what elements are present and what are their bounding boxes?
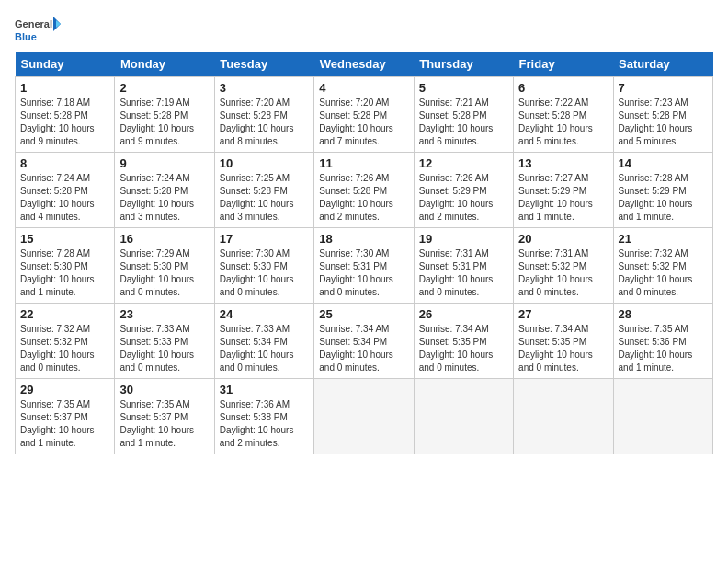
day-cell-24: 24Sunrise: 7:33 AM Sunset: 5:34 PM Dayli…	[214, 304, 313, 379]
day-info: Sunrise: 7:34 AM Sunset: 5:35 PM Dayligh…	[518, 323, 608, 374]
day-cell-22: 22Sunrise: 7:32 AM Sunset: 5:32 PM Dayli…	[16, 304, 115, 379]
day-number: 5	[419, 81, 508, 95]
week-row-3: 15Sunrise: 7:28 AM Sunset: 5:30 PM Dayli…	[16, 228, 713, 304]
day-number: 17	[220, 232, 309, 246]
day-number: 27	[518, 307, 608, 321]
week-row-2: 8Sunrise: 7:24 AM Sunset: 5:28 PM Daylig…	[16, 153, 713, 228]
day-number: 21	[619, 232, 708, 246]
day-cell-15: 15Sunrise: 7:28 AM Sunset: 5:30 PM Dayli…	[16, 228, 115, 304]
day-info: Sunrise: 7:32 AM Sunset: 5:32 PM Dayligh…	[20, 323, 109, 374]
empty-cell	[613, 379, 712, 454]
weekday-header-row: SundayMondayTuesdayWednesdayThursdayFrid…	[16, 52, 713, 77]
svg-text:General: General	[15, 18, 52, 29]
day-info: Sunrise: 7:24 AM Sunset: 5:28 PM Dayligh…	[119, 172, 209, 224]
weekday-header-wednesday: Wednesday	[314, 52, 414, 77]
day-number: 18	[319, 232, 408, 246]
day-info: Sunrise: 7:29 AM Sunset: 5:30 PM Dayligh…	[119, 247, 209, 299]
day-info: Sunrise: 7:23 AM Sunset: 5:28 PM Dayligh…	[619, 97, 708, 148]
day-info: Sunrise: 7:20 AM Sunset: 5:28 PM Dayligh…	[220, 97, 309, 148]
day-number: 24	[220, 307, 309, 321]
day-info: Sunrise: 7:34 AM Sunset: 5:34 PM Dayligh…	[319, 323, 408, 374]
day-cell-6: 6Sunrise: 7:22 AM Sunset: 5:28 PM Daylig…	[514, 77, 613, 153]
day-number: 20	[518, 232, 608, 246]
day-cell-1: 1Sunrise: 7:18 AM Sunset: 5:28 PM Daylig…	[16, 77, 115, 153]
day-info: Sunrise: 7:30 AM Sunset: 5:30 PM Dayligh…	[220, 247, 309, 299]
day-number: 29	[20, 383, 109, 396]
day-cell-18: 18Sunrise: 7:30 AM Sunset: 5:31 PM Dayli…	[314, 228, 414, 304]
day-cell-27: 27Sunrise: 7:34 AM Sunset: 5:35 PM Dayli…	[514, 304, 613, 379]
day-info: Sunrise: 7:27 AM Sunset: 5:29 PM Dayligh…	[518, 172, 608, 224]
day-info: Sunrise: 7:26 AM Sunset: 5:28 PM Dayligh…	[319, 172, 408, 224]
day-cell-12: 12Sunrise: 7:26 AM Sunset: 5:29 PM Dayli…	[414, 153, 513, 228]
day-info: Sunrise: 7:31 AM Sunset: 5:32 PM Dayligh…	[518, 247, 608, 299]
day-info: Sunrise: 7:19 AM Sunset: 5:28 PM Dayligh…	[119, 97, 209, 148]
day-number: 31	[220, 383, 309, 396]
weekday-header-tuesday: Tuesday	[214, 52, 313, 77]
day-cell-3: 3Sunrise: 7:20 AM Sunset: 5:28 PM Daylig…	[214, 77, 313, 153]
day-cell-17: 17Sunrise: 7:30 AM Sunset: 5:30 PM Dayli…	[214, 228, 313, 304]
day-cell-13: 13Sunrise: 7:27 AM Sunset: 5:29 PM Dayli…	[514, 153, 613, 228]
day-info: Sunrise: 7:28 AM Sunset: 5:30 PM Dayligh…	[20, 247, 109, 299]
day-number: 30	[119, 383, 209, 396]
day-number: 4	[319, 81, 408, 95]
day-info: Sunrise: 7:32 AM Sunset: 5:32 PM Dayligh…	[619, 247, 708, 299]
day-info: Sunrise: 7:28 AM Sunset: 5:29 PM Dayligh…	[619, 172, 708, 224]
day-cell-19: 19Sunrise: 7:31 AM Sunset: 5:31 PM Dayli…	[414, 228, 513, 304]
day-number: 28	[619, 307, 708, 321]
svg-marker-3	[56, 20, 61, 28]
day-number: 14	[619, 156, 708, 170]
weekday-header-thursday: Thursday	[414, 52, 513, 77]
calendar-table: SundayMondayTuesdayWednesdayThursdayFrid…	[15, 52, 713, 454]
day-cell-16: 16Sunrise: 7:29 AM Sunset: 5:30 PM Dayli…	[115, 228, 214, 304]
day-info: Sunrise: 7:21 AM Sunset: 5:28 PM Dayligh…	[419, 97, 508, 148]
weekday-header-friday: Friday	[514, 52, 613, 77]
weekday-header-monday: Monday	[115, 52, 214, 77]
empty-cell	[414, 379, 513, 454]
day-cell-28: 28Sunrise: 7:35 AM Sunset: 5:36 PM Dayli…	[613, 304, 712, 379]
header: General Blue	[15, 15, 713, 48]
day-number: 7	[619, 81, 708, 95]
day-number: 2	[119, 81, 209, 95]
day-info: Sunrise: 7:36 AM Sunset: 5:38 PM Dayligh…	[220, 398, 309, 450]
day-number: 25	[319, 307, 408, 321]
day-number: 3	[220, 81, 309, 95]
day-cell-21: 21Sunrise: 7:32 AM Sunset: 5:32 PM Dayli…	[613, 228, 712, 304]
logo: General Blue	[15, 15, 61, 48]
day-info: Sunrise: 7:35 AM Sunset: 5:37 PM Dayligh…	[20, 398, 109, 450]
week-row-4: 22Sunrise: 7:32 AM Sunset: 5:32 PM Dayli…	[16, 304, 713, 379]
week-row-1: 1Sunrise: 7:18 AM Sunset: 5:28 PM Daylig…	[16, 77, 713, 153]
day-cell-5: 5Sunrise: 7:21 AM Sunset: 5:28 PM Daylig…	[414, 77, 513, 153]
day-cell-8: 8Sunrise: 7:24 AM Sunset: 5:28 PM Daylig…	[16, 153, 115, 228]
day-number: 6	[518, 81, 608, 95]
day-cell-31: 31Sunrise: 7:36 AM Sunset: 5:38 PM Dayli…	[214, 379, 313, 454]
day-info: Sunrise: 7:31 AM Sunset: 5:31 PM Dayligh…	[419, 247, 508, 299]
day-cell-30: 30Sunrise: 7:35 AM Sunset: 5:37 PM Dayli…	[115, 379, 214, 454]
day-number: 19	[419, 232, 508, 246]
day-number: 9	[119, 156, 209, 170]
day-cell-11: 11Sunrise: 7:26 AM Sunset: 5:28 PM Dayli…	[314, 153, 414, 228]
day-info: Sunrise: 7:35 AM Sunset: 5:37 PM Dayligh…	[119, 398, 209, 450]
day-info: Sunrise: 7:33 AM Sunset: 5:34 PM Dayligh…	[220, 323, 309, 374]
day-number: 13	[518, 156, 608, 170]
day-cell-9: 9Sunrise: 7:24 AM Sunset: 5:28 PM Daylig…	[115, 153, 214, 228]
day-cell-2: 2Sunrise: 7:19 AM Sunset: 5:28 PM Daylig…	[115, 77, 214, 153]
day-cell-10: 10Sunrise: 7:25 AM Sunset: 5:28 PM Dayli…	[214, 153, 313, 228]
day-number: 1	[20, 81, 109, 95]
day-info: Sunrise: 7:24 AM Sunset: 5:28 PM Dayligh…	[20, 172, 109, 224]
day-cell-25: 25Sunrise: 7:34 AM Sunset: 5:34 PM Dayli…	[314, 304, 414, 379]
day-cell-20: 20Sunrise: 7:31 AM Sunset: 5:32 PM Dayli…	[514, 228, 613, 304]
weekday-header-saturday: Saturday	[613, 52, 712, 77]
day-info: Sunrise: 7:34 AM Sunset: 5:35 PM Dayligh…	[419, 323, 508, 374]
day-number: 16	[119, 232, 209, 246]
day-number: 11	[319, 156, 408, 170]
day-cell-4: 4Sunrise: 7:20 AM Sunset: 5:28 PM Daylig…	[314, 77, 414, 153]
day-info: Sunrise: 7:25 AM Sunset: 5:28 PM Dayligh…	[220, 172, 309, 224]
day-info: Sunrise: 7:35 AM Sunset: 5:36 PM Dayligh…	[619, 323, 708, 374]
day-number: 10	[220, 156, 309, 170]
day-cell-14: 14Sunrise: 7:28 AM Sunset: 5:29 PM Dayli…	[613, 153, 712, 228]
week-row-5: 29Sunrise: 7:35 AM Sunset: 5:37 PM Dayli…	[16, 379, 713, 454]
day-cell-7: 7Sunrise: 7:23 AM Sunset: 5:28 PM Daylig…	[613, 77, 712, 153]
day-number: 26	[419, 307, 508, 321]
day-cell-23: 23Sunrise: 7:33 AM Sunset: 5:33 PM Dayli…	[115, 304, 214, 379]
weekday-header-sunday: Sunday	[16, 52, 115, 77]
